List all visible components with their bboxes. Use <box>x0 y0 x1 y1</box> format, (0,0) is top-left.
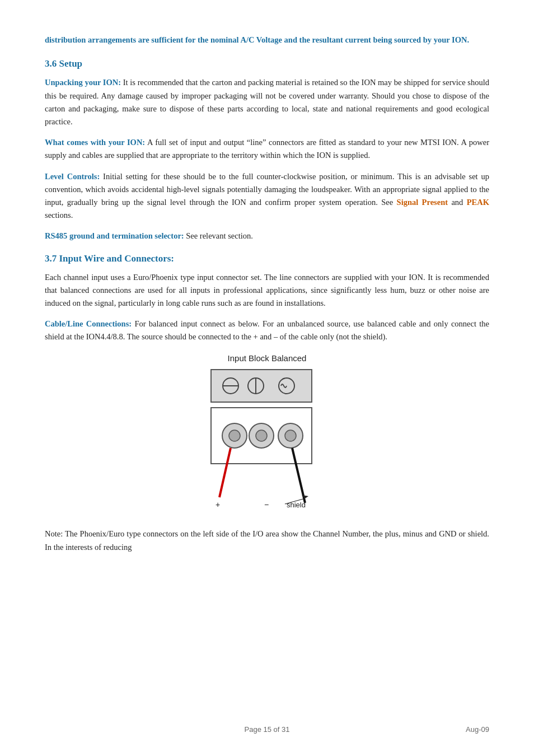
footer: Page 15 of 31 Aug-09 <box>0 725 534 734</box>
cableline-label: Cable/Line Connections: <box>45 319 132 328</box>
diagram-title: Input Block Balanced <box>228 353 307 363</box>
svg-text:−: − <box>264 500 269 509</box>
connector-diagram: + − shield <box>200 368 334 514</box>
svg-point-9 <box>229 430 240 441</box>
svg-point-13 <box>285 430 296 441</box>
section-36-para1: Unpacking your ION: It is recommended th… <box>45 76 489 128</box>
unpacking-label: Unpacking your ION: <box>45 78 121 87</box>
section-37-para1: Each channel input uses a Euro/Phoenix t… <box>45 271 489 310</box>
signal-present-link[interactable]: Signal Present <box>397 198 448 207</box>
sections-end: sections. <box>45 211 73 220</box>
section-37-heading: 3.7 Input Wire and Connectors: <box>45 253 489 264</box>
section-36-para2: What comes with your ION: A full set of … <box>45 136 489 162</box>
rs485-line: RS485 ground and termination selector: S… <box>45 230 489 242</box>
and-text: and <box>448 198 467 207</box>
section-36-heading: 3.6 Setup <box>45 58 489 69</box>
para2-rest1: For balanced input connect as <box>132 319 235 328</box>
svg-point-11 <box>256 430 267 441</box>
rs485-bold-label: RS485 ground and termination selector: <box>45 231 184 240</box>
page-number: Page 15 of 31 <box>0 725 534 734</box>
section-36: 3.6 Setup Unpacking your ION: It is reco… <box>45 58 489 242</box>
levelcontrols-label: Level Controls: <box>45 172 100 181</box>
whatcomes-label: What comes with your ION: <box>45 138 145 147</box>
section-37-para2: Cable/Line Connections: For balanced inp… <box>45 318 489 343</box>
intro-text: distribution arrangements are sufficient… <box>45 34 489 46</box>
note-text: Note: The Phoenix/Euro type connectors o… <box>45 528 489 553</box>
peak-link[interactable]: PEAK <box>467 198 489 207</box>
footer-date: Aug-09 <box>466 725 489 734</box>
diagram-area: Input Block Balanced <box>45 353 489 514</box>
section-36-para3: Level Controls: Initial setting for thes… <box>45 170 489 222</box>
rs485-rest: See relevant section. <box>184 231 253 240</box>
svg-text:+: + <box>216 500 220 509</box>
section-37: 3.7 Input Wire and Connectors: Each chan… <box>45 253 489 515</box>
page: distribution arrangements are sufficient… <box>0 0 534 756</box>
svg-text:shield: shield <box>287 501 306 509</box>
